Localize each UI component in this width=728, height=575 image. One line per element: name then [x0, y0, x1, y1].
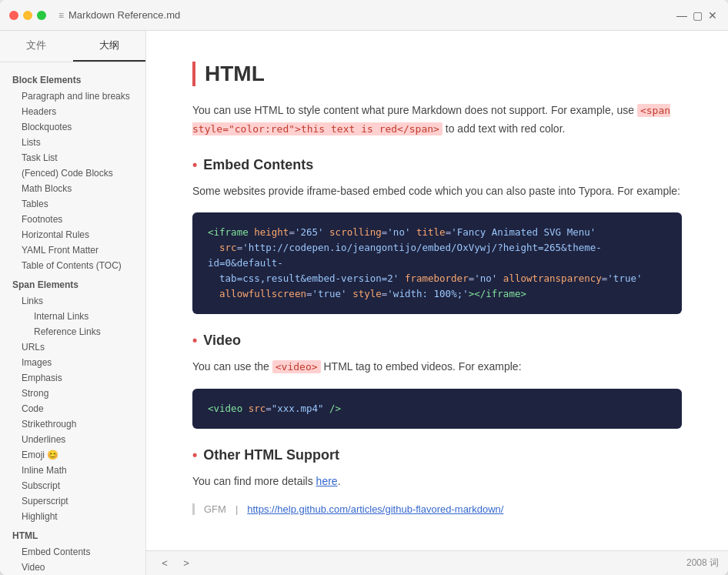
embed-code-block: <iframe height='265' scrolling='no' titl…: [192, 212, 682, 314]
toc-item-headers[interactable]: Headers: [0, 104, 145, 119]
code-val-frameborder: 'no': [474, 272, 497, 284]
toc-item-images[interactable]: Images: [0, 355, 145, 370]
minimize-button[interactable]: [23, 11, 32, 20]
footer-nav: < >: [155, 554, 195, 573]
intro-text-1: You can use HTML to style content what p…: [192, 104, 637, 116]
toc-item-yaml[interactable]: YAML Front Matter: [0, 242, 145, 258]
code-val-src2: tab=css,result&embed-version=2': [219, 272, 399, 284]
code-attr-title: title: [416, 226, 446, 238]
toc-item-lists[interactable]: Lists: [0, 135, 145, 150]
video-text-after: HTML tag to embed videos. For example:: [321, 360, 522, 373]
code-val-title: 'Fancy Animated SVG Menu': [451, 226, 596, 238]
code-attr-height: height: [254, 226, 289, 238]
sidebar-toc: Block Elements Paragraph and line breaks…: [0, 62, 145, 575]
toc-item-highlight[interactable]: Highlight: [0, 509, 145, 524]
intro-paragraph: You can use HTML to style content what p…: [192, 102, 682, 139]
toc-item-emphasis[interactable]: Emphasis: [0, 370, 145, 386]
code-attr-frameborder: frameborder: [405, 272, 469, 284]
toc-item-superscript[interactable]: Superscript: [0, 493, 145, 509]
embed-paragraph: Some websites provide iframe-based embed…: [192, 182, 682, 201]
video-code-block: <video src="xxx.mp4" />: [192, 389, 682, 429]
code-tag-close: ></iframe>: [469, 288, 526, 299]
next-button[interactable]: >: [177, 554, 195, 573]
video-code-close: />: [329, 403, 341, 414]
close-win-button[interactable]: ✕: [706, 9, 719, 22]
ref-url[interactable]: https://help.github.com/articles/github-…: [247, 503, 503, 515]
other-html-end: .: [338, 475, 341, 487]
toc-item-strikethrough[interactable]: Strikethrough: [0, 416, 145, 432]
code-attr-allowtrans: allowtransparency: [503, 272, 602, 284]
window-title: ≡ Markdown Reference.md: [58, 9, 670, 21]
toc-item-math-blocks[interactable]: Math Blocks: [0, 181, 145, 196]
window-controls: — ▢ ✕: [676, 9, 719, 22]
content-scroll: HTML You can use HTML to style content w…: [146, 31, 728, 550]
toc-item-underlines[interactable]: Underlines: [0, 432, 145, 447]
code-val-src: 'http://codepen.io/jeangontijo/embed/OxV…: [208, 242, 602, 269]
toc-item-video[interactable]: Video: [0, 560, 145, 575]
ref-separator: |: [235, 503, 238, 515]
intro-text-2: to add text with red color.: [442, 122, 566, 135]
tab-outline[interactable]: 大纲: [73, 31, 146, 62]
code-val-allowtrans: 'true': [607, 272, 642, 284]
toc-item-footnotes[interactable]: Footnotes: [0, 212, 145, 227]
toc-item-blockquotes[interactable]: Blockquotes: [0, 119, 145, 135]
restore-win-button[interactable]: ▢: [691, 9, 703, 22]
toc-item-strong[interactable]: Strong: [0, 386, 145, 401]
heading-video: Video: [192, 333, 682, 349]
video-code-val: "xxx.mp4": [272, 403, 324, 414]
code-val-height: '265': [295, 226, 324, 238]
footer-bar: < > 2008 词: [146, 550, 728, 575]
toc-section-block: Block Elements: [0, 72, 145, 89]
prev-button[interactable]: <: [155, 554, 174, 573]
code-attr-scrolling: scrolling: [329, 226, 382, 238]
title-text: Markdown Reference.md: [68, 9, 180, 21]
code-attr-style: style: [352, 288, 382, 299]
toc-item-links[interactable]: Links: [0, 293, 145, 309]
toc-section-span: Span Elements: [0, 276, 145, 293]
heading-embed: Embed Contents: [192, 157, 682, 173]
code-attr-allowfull: allowfullscreen: [219, 288, 306, 299]
code-attr-src: src: [219, 242, 237, 253]
tab-file[interactable]: 文件: [0, 31, 73, 62]
video-paragraph: You can use the <video> HTML tag to embe…: [192, 358, 682, 376]
page-title: HTML: [192, 62, 682, 86]
main-area: 文件 大纲 Block Elements Paragraph and line …: [0, 31, 728, 575]
traffic-lights: [9, 11, 46, 20]
code-val-style: 'width: 100%;': [387, 288, 468, 299]
toc-item-tasklist[interactable]: Task List: [0, 150, 145, 165]
video-text-before: You can use the: [192, 360, 272, 373]
code-tag-open: <iframe: [208, 226, 249, 238]
toc-item-tables[interactable]: Tables: [0, 196, 145, 212]
toc-item-emoji[interactable]: Emoji 😊: [0, 447, 145, 463]
toc-item-inline-math[interactable]: Inline Math: [0, 463, 145, 478]
code-val-scrolling: 'no': [387, 226, 410, 238]
close-button[interactable]: [9, 11, 18, 20]
toc-section-html: HTML: [0, 527, 145, 544]
maximize-button[interactable]: [37, 11, 46, 20]
toc-item-subscript[interactable]: Subscript: [0, 478, 145, 493]
toc-item-toc[interactable]: Table of Contents (TOC): [0, 258, 145, 273]
file-icon: ≡: [58, 10, 64, 21]
toc-item-code[interactable]: Code: [0, 401, 145, 416]
toc-item-code-blocks[interactable]: (Fenced) Code Blocks: [0, 165, 145, 181]
toc-item-ref-links[interactable]: Reference Links: [0, 324, 145, 339]
sidebar: 文件 大纲 Block Elements Paragraph and line …: [0, 31, 146, 575]
toc-item-internal-links[interactable]: Internal Links: [0, 309, 145, 324]
toc-item-paragraph[interactable]: Paragraph and line breaks: [0, 89, 145, 104]
toc-item-hr[interactable]: Horizontal Rules: [0, 227, 145, 242]
other-html-text: You can find more details: [192, 475, 316, 487]
toc-item-urls[interactable]: URLs: [0, 339, 145, 355]
content-area: HTML You can use HTML to style content w…: [146, 31, 728, 575]
video-code-attr: src: [249, 403, 266, 414]
reference-block: GFM | https://help.github.com/articles/g…: [192, 503, 682, 515]
minimize-win-button[interactable]: —: [676, 9, 688, 22]
video-tag-inline: <video>: [272, 360, 321, 373]
app-window: ≡ Markdown Reference.md — ▢ ✕ 文件 大纲 Bloc…: [0, 0, 728, 575]
heading-other-html: Other HTML Support: [192, 447, 682, 463]
ref-label: GFM: [204, 503, 226, 515]
toc-item-embed[interactable]: Embed Contents: [0, 544, 145, 560]
sidebar-tabs: 文件 大纲: [0, 31, 145, 62]
video-code-tag: <video: [208, 403, 242, 414]
titlebar: ≡ Markdown Reference.md — ▢ ✕: [0, 0, 728, 31]
here-link[interactable]: here: [316, 475, 338, 487]
